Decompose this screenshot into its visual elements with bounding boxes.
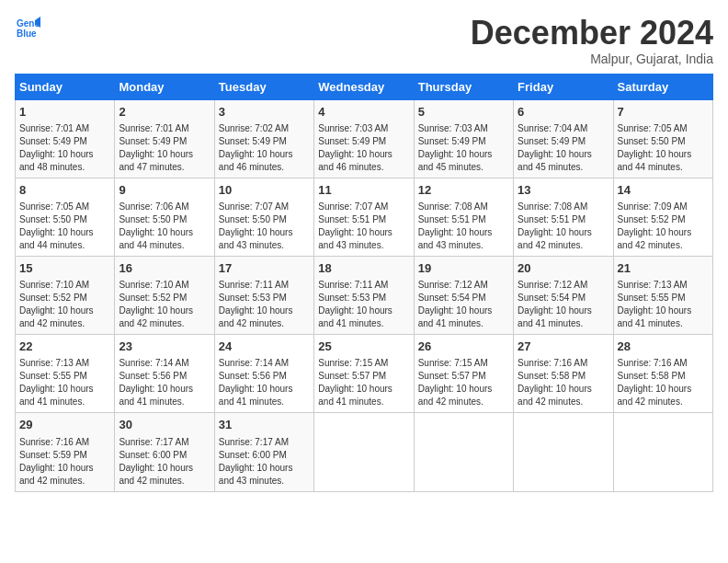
day-info: Sunrise: 7:12 AM Sunset: 5:54 PM Dayligh… <box>518 279 609 330</box>
day-number: 26 <box>418 339 509 355</box>
day-number: 10 <box>219 182 310 199</box>
calendar-cell: 11Sunrise: 7:07 AM Sunset: 5:51 PM Dayli… <box>314 178 414 256</box>
day-info: Sunrise: 7:03 AM Sunset: 5:49 PM Dayligh… <box>318 122 409 174</box>
calendar-cell <box>613 413 712 491</box>
calendar-week-row: 29Sunrise: 7:16 AM Sunset: 5:59 PM Dayli… <box>16 413 713 491</box>
calendar-cell <box>314 413 414 491</box>
day-number: 24 <box>219 339 310 355</box>
day-number: 7 <box>618 104 709 121</box>
day-number: 11 <box>318 182 409 199</box>
day-number: 6 <box>518 104 609 121</box>
calendar-cell: 22Sunrise: 7:13 AM Sunset: 5:55 PM Dayli… <box>16 335 115 413</box>
header-thursday: Thursday <box>414 74 513 99</box>
calendar-cell: 14Sunrise: 7:09 AM Sunset: 5:52 PM Dayli… <box>613 178 712 256</box>
day-info: Sunrise: 7:14 AM Sunset: 5:56 PM Dayligh… <box>119 357 210 408</box>
day-info: Sunrise: 7:11 AM Sunset: 5:53 PM Dayligh… <box>219 279 310 330</box>
calendar-cell: 6Sunrise: 7:04 AM Sunset: 5:49 PM Daylig… <box>514 99 613 178</box>
day-number: 22 <box>19 339 110 355</box>
day-info: Sunrise: 7:03 AM Sunset: 5:49 PM Dayligh… <box>418 122 509 174</box>
day-info: Sunrise: 7:15 AM Sunset: 5:57 PM Dayligh… <box>418 357 509 408</box>
day-info: Sunrise: 7:07 AM Sunset: 5:50 PM Dayligh… <box>219 201 310 252</box>
header-tuesday: Tuesday <box>214 74 313 99</box>
day-number: 31 <box>219 417 310 433</box>
day-info: Sunrise: 7:17 AM Sunset: 6:00 PM Dayligh… <box>219 436 310 488</box>
day-number: 9 <box>119 182 210 199</box>
calendar-cell <box>414 413 513 491</box>
day-number: 28 <box>618 339 709 355</box>
calendar-cell: 20Sunrise: 7:12 AM Sunset: 5:54 PM Dayli… <box>514 256 613 334</box>
calendar-cell: 13Sunrise: 7:08 AM Sunset: 5:51 PM Dayli… <box>514 178 613 256</box>
calendar-cell: 4Sunrise: 7:03 AM Sunset: 5:49 PM Daylig… <box>314 99 414 178</box>
day-info: Sunrise: 7:17 AM Sunset: 6:00 PM Dayligh… <box>119 436 210 488</box>
day-number: 2 <box>119 104 210 121</box>
day-info: Sunrise: 7:05 AM Sunset: 5:50 PM Dayligh… <box>19 201 110 252</box>
calendar-cell: 27Sunrise: 7:16 AM Sunset: 5:58 PM Dayli… <box>514 335 613 413</box>
day-number: 21 <box>618 260 709 277</box>
calendar-week-row: 22Sunrise: 7:13 AM Sunset: 5:55 PM Dayli… <box>16 335 713 413</box>
day-info: Sunrise: 7:08 AM Sunset: 5:51 PM Dayligh… <box>518 201 609 252</box>
day-info: Sunrise: 7:01 AM Sunset: 5:49 PM Dayligh… <box>19 122 110 174</box>
logo: General Blue <box>15 15 40 40</box>
day-info: Sunrise: 7:16 AM Sunset: 5:58 PM Dayligh… <box>618 357 709 408</box>
calendar-table: SundayMondayTuesdayWednesdayThursdayFrid… <box>15 74 713 492</box>
day-info: Sunrise: 7:15 AM Sunset: 5:57 PM Dayligh… <box>318 357 409 408</box>
calendar-cell: 31Sunrise: 7:17 AM Sunset: 6:00 PM Dayli… <box>214 413 313 491</box>
day-info: Sunrise: 7:14 AM Sunset: 5:56 PM Dayligh… <box>219 357 310 408</box>
day-number: 19 <box>418 260 509 277</box>
day-number: 8 <box>19 182 110 199</box>
svg-text:Blue: Blue <box>17 29 37 39</box>
calendar-cell: 23Sunrise: 7:14 AM Sunset: 5:56 PM Dayli… <box>115 335 214 413</box>
logo-icon: General Blue <box>15 15 40 40</box>
day-info: Sunrise: 7:13 AM Sunset: 5:55 PM Dayligh… <box>618 279 709 330</box>
day-info: Sunrise: 7:07 AM Sunset: 5:51 PM Dayligh… <box>318 201 409 252</box>
header-wednesday: Wednesday <box>314 74 414 99</box>
day-number: 14 <box>618 182 709 199</box>
day-number: 29 <box>19 417 110 433</box>
day-number: 30 <box>119 417 210 433</box>
day-number: 1 <box>19 104 110 121</box>
calendar-cell: 18Sunrise: 7:11 AM Sunset: 5:53 PM Dayli… <box>314 256 414 334</box>
page-header: General Blue December 2024 Malpur, Gujar… <box>15 15 713 66</box>
calendar-cell: 30Sunrise: 7:17 AM Sunset: 6:00 PM Dayli… <box>115 413 214 491</box>
calendar-cell: 25Sunrise: 7:15 AM Sunset: 5:57 PM Dayli… <box>314 335 414 413</box>
calendar-cell: 19Sunrise: 7:12 AM Sunset: 5:54 PM Dayli… <box>414 256 513 334</box>
calendar-cell: 17Sunrise: 7:11 AM Sunset: 5:53 PM Dayli… <box>214 256 313 334</box>
day-info: Sunrise: 7:06 AM Sunset: 5:50 PM Dayligh… <box>119 201 210 252</box>
calendar-cell: 28Sunrise: 7:16 AM Sunset: 5:58 PM Dayli… <box>613 335 712 413</box>
day-number: 15 <box>19 260 110 277</box>
day-number: 4 <box>318 104 409 121</box>
calendar-cell <box>514 413 613 491</box>
calendar-body: 1Sunrise: 7:01 AM Sunset: 5:49 PM Daylig… <box>16 99 713 491</box>
day-number: 18 <box>318 260 409 277</box>
day-info: Sunrise: 7:11 AM Sunset: 5:53 PM Dayligh… <box>318 279 409 330</box>
day-info: Sunrise: 7:16 AM Sunset: 5:59 PM Dayligh… <box>19 436 110 488</box>
calendar-cell: 15Sunrise: 7:10 AM Sunset: 5:52 PM Dayli… <box>16 256 115 334</box>
calendar-week-row: 1Sunrise: 7:01 AM Sunset: 5:49 PM Daylig… <box>16 99 713 178</box>
calendar-cell: 5Sunrise: 7:03 AM Sunset: 5:49 PM Daylig… <box>414 99 513 178</box>
header-friday: Friday <box>514 74 613 99</box>
day-info: Sunrise: 7:04 AM Sunset: 5:49 PM Dayligh… <box>518 122 609 174</box>
day-number: 20 <box>518 260 609 277</box>
calendar-cell: 8Sunrise: 7:05 AM Sunset: 5:50 PM Daylig… <box>16 178 115 256</box>
calendar-cell: 1Sunrise: 7:01 AM Sunset: 5:49 PM Daylig… <box>16 99 115 178</box>
calendar-cell: 29Sunrise: 7:16 AM Sunset: 5:59 PM Dayli… <box>16 413 115 491</box>
calendar-cell: 12Sunrise: 7:08 AM Sunset: 5:51 PM Dayli… <box>414 178 513 256</box>
day-info: Sunrise: 7:16 AM Sunset: 5:58 PM Dayligh… <box>518 357 609 408</box>
day-number: 17 <box>219 260 310 277</box>
day-number: 16 <box>119 260 210 277</box>
day-info: Sunrise: 7:01 AM Sunset: 5:49 PM Dayligh… <box>119 122 210 174</box>
day-number: 5 <box>418 104 509 121</box>
day-number: 23 <box>119 339 210 355</box>
header-sunday: Sunday <box>16 74 115 99</box>
location-subtitle: Malpur, Gujarat, India <box>471 52 713 66</box>
day-info: Sunrise: 7:10 AM Sunset: 5:52 PM Dayligh… <box>19 279 110 330</box>
calendar-cell: 9Sunrise: 7:06 AM Sunset: 5:50 PM Daylig… <box>115 178 214 256</box>
day-number: 27 <box>518 339 609 355</box>
calendar-cell: 3Sunrise: 7:02 AM Sunset: 5:49 PM Daylig… <box>214 99 313 178</box>
calendar-cell: 7Sunrise: 7:05 AM Sunset: 5:50 PM Daylig… <box>613 99 712 178</box>
day-info: Sunrise: 7:10 AM Sunset: 5:52 PM Dayligh… <box>119 279 210 330</box>
calendar-cell: 16Sunrise: 7:10 AM Sunset: 5:52 PM Dayli… <box>115 256 214 334</box>
day-info: Sunrise: 7:05 AM Sunset: 5:50 PM Dayligh… <box>618 122 709 174</box>
header-monday: Monday <box>115 74 214 99</box>
day-info: Sunrise: 7:09 AM Sunset: 5:52 PM Dayligh… <box>618 201 709 252</box>
